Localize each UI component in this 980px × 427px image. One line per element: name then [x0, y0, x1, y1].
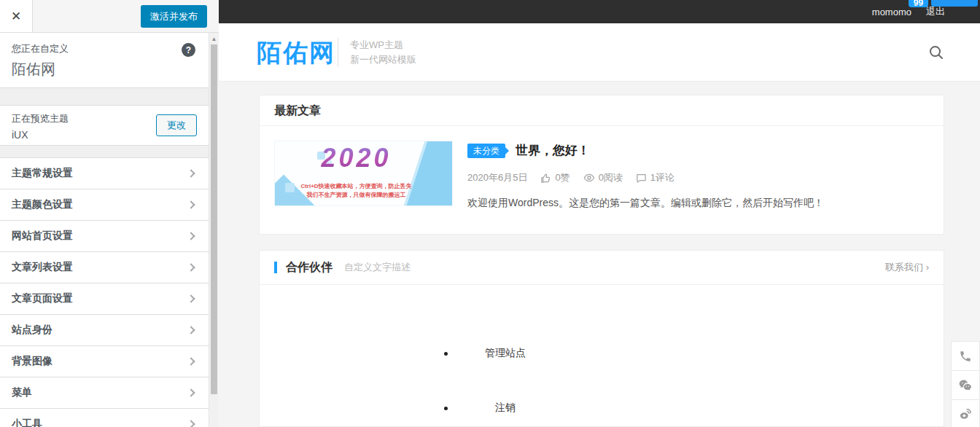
partners-header: 合作伙伴 自定义文字描述 联系我们 ›: [260, 251, 944, 285]
latest-posts-card: 最新文章 2020 Ctrl+D快速收藏本站，方便查询，防止丢失 我们不生产资源…: [259, 95, 944, 235]
panel-divider: [0, 146, 209, 158]
post-thumbnail[interactable]: 2020 Ctrl+D快速收藏本站，方便查询，防止丢失 我们不生产资源，只做有保…: [274, 141, 453, 206]
menu-item-post-page-settings[interactable]: 文章页面设置: [0, 283, 209, 315]
weibo-icon: [958, 407, 973, 421]
tagline-line1: 专业WP主题: [350, 38, 416, 52]
site-logo[interactable]: 陌佑网: [257, 36, 335, 70]
wechat-icon: [958, 378, 973, 393]
previewing-theme-panel: 正在预览主题 iUX 更改: [0, 106, 209, 146]
menu-item-label: 背景图像: [12, 355, 52, 368]
post-views: 0阅读: [583, 171, 623, 184]
post-body: 未分类 世界，您好！ 2020年6月5日 0赞: [467, 141, 929, 210]
weibo-button[interactable]: [951, 399, 980, 427]
post-likes-text: 0赞: [555, 171, 569, 184]
category-badge[interactable]: 未分类: [467, 144, 505, 158]
post-comments[interactable]: 1评论: [636, 171, 674, 184]
customizing-label: 您正在自定义: [12, 42, 197, 55]
chevron-right-icon: [187, 326, 195, 334]
section-accent-bar: [274, 262, 277, 273]
thumb-caption-line1: Ctrl+D快速收藏本站，方便查询，防止丢失: [275, 182, 438, 190]
logout-link[interactable]: 退出: [926, 5, 945, 18]
menu-item-label: 文章页面设置: [12, 292, 73, 305]
logo-divider: [338, 38, 338, 67]
partners-subtitle: 自定义文字描述: [344, 261, 411, 274]
post-meta: 2020年6月5日 0赞 0阅读: [467, 171, 929, 184]
menu-item-label: 小工具: [12, 418, 42, 427]
menu-item-theme-general[interactable]: 主题常规设置: [0, 158, 209, 189]
post-item: 2020 Ctrl+D快速收藏本站，方便查询，防止丢失 我们不生产资源，只做有保…: [260, 126, 944, 224]
sidebar-scrollbar[interactable]: ▲: [209, 33, 219, 427]
menu-item-theme-colors[interactable]: 主题颜色设置: [0, 189, 209, 221]
customizer-topbar: ✕ 激活并发布: [0, 0, 219, 33]
menu-item-post-list-settings[interactable]: 文章列表设置: [0, 252, 209, 283]
post-views-text: 0阅读: [599, 171, 623, 184]
meta-link-logout[interactable]: 注销: [438, 401, 572, 415]
clipped-blue-button[interactable]: [931, 0, 978, 7]
post-likes[interactable]: 0赞: [540, 171, 569, 184]
customizing-site-title: 陌佑网: [12, 60, 197, 79]
panel-divider: [0, 88, 209, 106]
post-excerpt: 欢迎使用WordPress。这是您的第一篇文章。编辑或删除它，然后开始写作吧！: [467, 197, 929, 210]
menu-item-label: 菜单: [12, 386, 32, 399]
site-header: 陌佑网 专业WP主题 新一代网站模版: [219, 23, 980, 82]
screen: ✕ 激活并发布 您正在自定义 陌佑网 ? 正在预览主题 iUX 更改 主题常规设…: [0, 0, 980, 427]
menu-item-background-image[interactable]: 背景图像: [0, 346, 209, 377]
menu-item-menus[interactable]: 菜单: [0, 377, 209, 409]
menu-item-site-identity[interactable]: 站点身份: [0, 315, 209, 346]
latest-posts-title: 最新文章: [260, 95, 944, 126]
site-preview: momomo 退出 99 陌佑网 专业WP主题 新一代网站模版 最新文章: [219, 0, 980, 427]
post-date-text: 2020年6月5日: [467, 171, 527, 184]
partners-card: 合作伙伴 自定义文字描述 联系我们 › 管理站点 注销 项目feed: [259, 250, 944, 427]
thumb-year-text: 2020: [275, 143, 438, 173]
customizing-panel: 您正在自定义 陌佑网 ?: [0, 33, 209, 88]
activate-publish-button[interactable]: 激活并发布: [141, 5, 207, 28]
chevron-right-icon: [187, 294, 195, 302]
close-customizer-button[interactable]: ✕: [0, 0, 33, 32]
chevron-right-icon: [187, 169, 195, 177]
change-theme-button[interactable]: 更改: [156, 114, 197, 136]
phone-icon: [959, 350, 972, 363]
post-title[interactable]: 世界，您好！: [516, 142, 590, 159]
help-icon[interactable]: ?: [182, 43, 195, 57]
post-comments-text: 1评论: [650, 171, 674, 184]
chevron-right-icon: [187, 357, 195, 365]
wp-admin-bar: momomo 退出 99: [219, 0, 980, 23]
chevron-right-icon: [187, 232, 195, 240]
menu-item-label: 主题常规设置: [12, 167, 73, 180]
meta-link-site-admin[interactable]: 管理站点: [438, 347, 572, 360]
menu-item-label: 文章列表设置: [12, 261, 73, 274]
notification-badge[interactable]: 99: [909, 0, 928, 7]
floating-contact-bar: [951, 341, 980, 427]
tagline-line2: 新一代网站模版: [350, 52, 416, 67]
thumb-caption-line2: 我们不生产资源，只做有保障的搬运工: [275, 191, 438, 199]
admin-username[interactable]: momomo: [872, 7, 911, 17]
partners-title: 合作伙伴: [286, 260, 332, 275]
customizer-menu: 主题常规设置 主题颜色设置 网站首页设置 文章列表设置 文章页面设置 站点身份: [0, 158, 209, 427]
scrollbar-thumb[interactable]: [211, 44, 217, 394]
phone-button[interactable]: [951, 341, 980, 370]
post-date: 2020年6月5日: [467, 171, 527, 184]
menu-item-label: 站点身份: [12, 324, 52, 337]
scrollbar-up-arrow[interactable]: ▲: [209, 34, 219, 44]
contact-us-link[interactable]: 联系我们 ›: [885, 261, 929, 274]
chevron-right-icon: [187, 200, 195, 208]
chevron-right-icon: [187, 263, 195, 271]
menu-item-homepage-settings[interactable]: 网站首页设置: [0, 221, 209, 252]
chevron-right-icon: [187, 420, 195, 427]
menu-item-label: 主题颜色设置: [12, 198, 73, 211]
menu-item-label: 网站首页设置: [12, 230, 73, 243]
menu-item-widgets[interactable]: 小工具: [0, 409, 209, 427]
comment-icon: [636, 173, 647, 184]
wechat-button[interactable]: [951, 370, 980, 399]
search-icon[interactable]: [928, 44, 945, 61]
thumbs-up-icon: [540, 173, 551, 184]
eye-icon: [583, 172, 595, 184]
site-tagline: 专业WP主题 新一代网站模版: [350, 38, 416, 67]
partners-body: 管理站点 注销 项目feed: [260, 285, 944, 427]
post-title-row: 未分类 世界，您好！: [467, 142, 929, 159]
customizer-sidebar: ✕ 激活并发布 您正在自定义 陌佑网 ? 正在预览主题 iUX 更改 主题常规设…: [0, 0, 219, 427]
chevron-right-icon: [187, 388, 195, 396]
